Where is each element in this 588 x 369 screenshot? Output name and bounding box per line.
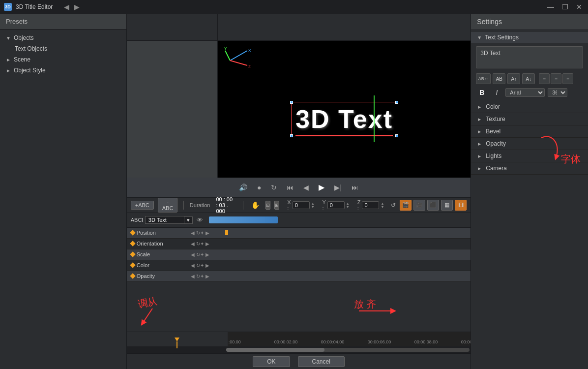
scale-btn1[interactable]: ◀ <box>191 252 195 257</box>
tree-item-objects[interactable]: ▼ Objects <box>0 32 126 43</box>
tree-item-scene[interactable]: ► Scene <box>0 54 126 65</box>
ok-button[interactable]: OK <box>253 356 290 367</box>
timeline-row-position: Position ◀ ↻✦ ▶ <box>127 228 471 239</box>
text-input-area[interactable]: 3D Text <box>476 46 583 68</box>
add-text-btn[interactable]: +ABC <box>131 201 154 210</box>
opacity-arrow: ► <box>477 141 482 147</box>
lights-arrow: ► <box>477 154 482 159</box>
speaker-ctrl-btn[interactable]: 🔊 <box>237 183 249 192</box>
frame-btn2[interactable]: ⊞ <box>274 201 279 210</box>
track-name-dropdown[interactable]: ▼ <box>184 216 193 224</box>
y-input[interactable] <box>327 201 345 209</box>
bevel-label: Bevel <box>486 128 500 135</box>
z-up-arrow[interactable]: ▲ <box>381 202 384 205</box>
pos-btn1[interactable]: ◀ <box>191 230 195 236</box>
track-name-input[interactable] <box>145 216 184 224</box>
tree-item-object-style[interactable]: ► Object Style <box>0 65 126 76</box>
color-btn3[interactable]: ▶ <box>206 263 209 268</box>
step-back-ctrl-btn[interactable]: ⏮ <box>285 183 295 192</box>
font-family-select[interactable]: Arial <box>505 88 545 97</box>
scale-btn2[interactable]: ↻✦ <box>196 252 204 257</box>
close-btn[interactable]: ✕ <box>574 3 584 11</box>
toolbar-icon-3[interactable]: ⬛ <box>427 200 439 211</box>
remove-text-btn[interactable]: -ABC <box>158 198 178 213</box>
opacity-btn3[interactable]: ▶ <box>206 274 209 279</box>
z-down-arrow[interactable]: ▼ <box>381 205 384 209</box>
rewind-ctrl-btn[interactable]: ◀ <box>301 183 311 192</box>
nav-fwd-btn[interactable]: ▶ <box>73 3 81 11</box>
color-btn1[interactable]: ◀ <box>191 263 195 268</box>
preview-top <box>127 14 471 41</box>
ori-btn3[interactable]: ▶ <box>206 241 209 246</box>
forward-ctrl-btn[interactable]: ⏭ <box>350 183 360 192</box>
visibility-toggle[interactable]: 👁 <box>197 216 203 224</box>
settings-item-opacity[interactable]: ► Opacity <box>471 138 588 150</box>
x-down-arrow[interactable]: ▼ <box>311 205 315 209</box>
fmt-btn-spacing[interactable]: AB↔ <box>476 73 491 84</box>
timeline-scrollbar[interactable] <box>226 348 470 352</box>
ori-btn2[interactable]: ↻✦ <box>196 241 204 246</box>
play-ctrl-btn[interactable]: ▶ <box>317 182 326 193</box>
row-label-scale: Scale <box>127 251 191 257</box>
color-btn2[interactable]: ↻✦ <box>196 263 204 268</box>
scale-diamond <box>130 251 135 257</box>
row-controls-scale: ◀ ↻✦ ▶ <box>191 252 225 257</box>
settings-item-texture[interactable]: ► Texture <box>471 113 588 125</box>
toolbar-icon-5[interactable]: 🎞 <box>455 200 467 211</box>
bold-btn[interactable]: B <box>476 87 488 98</box>
fmt-btn-ab[interactable]: AB <box>493 73 505 84</box>
scale-btn3[interactable]: ▶ <box>206 252 209 257</box>
nav-back-btn[interactable]: ◀ <box>62 3 71 11</box>
loop-ctrl-btn[interactable]: ↻ <box>269 183 279 192</box>
pos-btn3[interactable]: ▶ <box>206 230 209 236</box>
align-right-btn[interactable]: ≡ <box>562 73 573 84</box>
settings-item-bevel[interactable]: ► Bevel <box>471 125 588 138</box>
circle-ctrl-btn[interactable]: ● <box>255 183 263 192</box>
x-arrows: ▲ ▼ <box>311 202 315 209</box>
italic-btn[interactable]: I <box>491 87 502 98</box>
canvas-controls: 🔊 ● ↻ ⏮ ◀ ▶ ▶| ⏭ <box>127 178 471 197</box>
right-panel: Settings ▼ Text Settings 3D Text AB↔ AB … <box>470 14 588 369</box>
step-fwd-ctrl-btn[interactable]: ▶| <box>332 183 344 192</box>
ori-btn1[interactable]: ◀ <box>191 241 195 246</box>
cancel-button[interactable]: Cancel <box>298 356 345 367</box>
toolbar-icon-2[interactable]: 🎥 <box>413 200 425 211</box>
tree-subitem-text-objects[interactable]: Text Objects <box>0 43 126 54</box>
align-center-btn[interactable]: ≡ <box>551 73 561 84</box>
restore-btn[interactable]: ❐ <box>560 3 570 11</box>
fmt-btn-a-down[interactable]: A↓ <box>522 73 535 84</box>
frame-btn1[interactable]: ⊡ <box>265 201 270 210</box>
title-bar: 3D 3D Title Editor ◀ ▶ — ❐ ✕ <box>0 0 588 14</box>
z-coord-group: Z : ▲ ▼ <box>357 199 384 211</box>
settings-item-camera[interactable]: ► Camera <box>471 162 588 175</box>
opacity-btn1[interactable]: ◀ <box>191 274 195 279</box>
row-controls-orientation: ◀ ↻✦ ▶ <box>191 241 225 246</box>
y-arrows: ▲ ▼ <box>346 202 350 209</box>
x-up-arrow[interactable]: ▲ <box>311 202 315 205</box>
toolbar-icon-1[interactable]: 🎬 <box>400 200 412 211</box>
minimize-btn[interactable]: — <box>545 3 556 11</box>
hand-tool-btn[interactable]: ✋ <box>251 201 260 209</box>
toolbar-icon-4[interactable]: ▦ <box>441 200 453 211</box>
scale-text: Scale <box>137 251 150 257</box>
settings-item-lights[interactable]: ► Lights <box>471 150 588 162</box>
text-format-row2: B I Arial 36 <box>471 86 588 99</box>
fmt-btn-a-up[interactable]: A↑ <box>507 73 520 84</box>
timeline-scrollbar-thumb[interactable] <box>226 348 324 352</box>
ruler-left <box>127 332 228 346</box>
pos-btn2[interactable]: ↻✦ <box>196 230 204 236</box>
z-input[interactable] <box>362 201 379 209</box>
reset-btn[interactable]: ↺ <box>391 202 396 209</box>
y-up-arrow[interactable]: ▲ <box>346 202 350 205</box>
timeline-row-color: Color ◀ ↻✦ ▶ <box>127 260 471 271</box>
font-size-select[interactable]: 36 <box>548 88 567 97</box>
x-input[interactable] <box>293 201 310 209</box>
y-down-arrow[interactable]: ▼ <box>346 205 350 209</box>
timeline-row-orientation: Orientation ◀ ↻✦ ▶ <box>127 239 471 249</box>
align-left-btn[interactable]: ≡ <box>539 73 550 84</box>
row-label-position: Position <box>127 230 191 236</box>
settings-item-color[interactable]: ► Color <box>471 101 588 113</box>
x-label: X : <box>287 199 291 211</box>
opacity-btn2[interactable]: ↻✦ <box>196 274 204 279</box>
window-controls: — ❐ ✕ <box>545 3 584 11</box>
